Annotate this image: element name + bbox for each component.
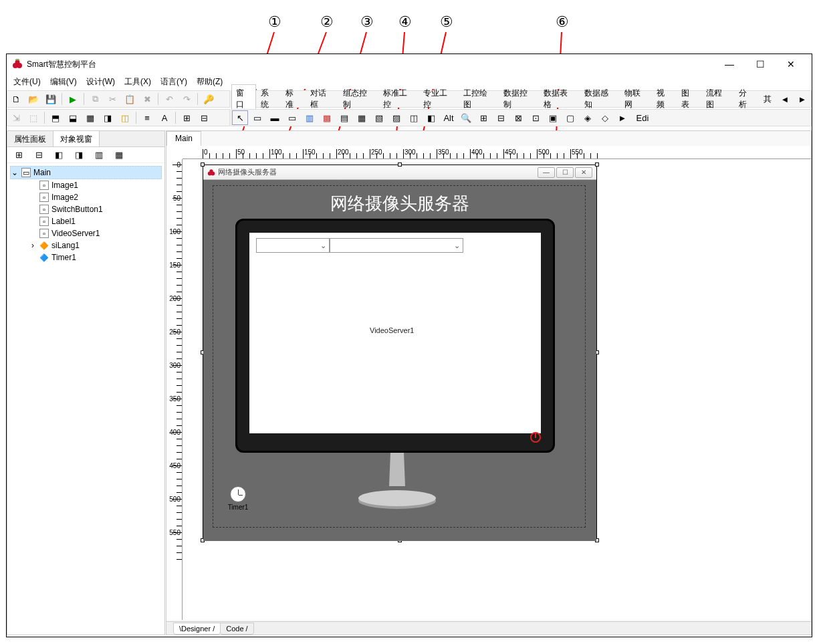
resize-handle[interactable]: [201, 163, 205, 167]
palette-icon[interactable]: ▨: [388, 110, 404, 125]
palette-icon[interactable]: ⊡: [528, 110, 544, 125]
group-btn-2[interactable]: ⬓: [65, 110, 81, 125]
lp-btn[interactable]: ⊟: [31, 148, 47, 163]
menu-design[interactable]: 设计(W): [82, 75, 119, 89]
tabs-scroll-right[interactable]: ►: [794, 92, 810, 106]
key-button[interactable]: 🔑: [201, 92, 217, 106]
tree-item[interactable]: ▫SwitchButton1: [10, 203, 162, 215]
editor-tab-main[interactable]: Main: [166, 131, 201, 146]
group-btn-5[interactable]: ◫: [117, 110, 133, 125]
open-button[interactable]: 📂: [25, 92, 41, 106]
palette-icon[interactable]: ◧: [423, 110, 439, 125]
lp-btn[interactable]: ▥: [91, 148, 107, 163]
tree-root[interactable]: ⌄ ▭ Main: [10, 166, 162, 179]
palette-icon[interactable]: ▤: [336, 110, 352, 125]
palette-icon[interactable]: ◫: [406, 110, 422, 125]
palette-icon[interactable]: ▣: [545, 110, 561, 125]
align-btn-2[interactable]: ⬚: [25, 110, 41, 125]
palette-icon[interactable]: ◇: [597, 110, 613, 125]
component-tab[interactable]: 其: [759, 90, 776, 108]
menu-file[interactable]: 文件(U): [9, 75, 45, 89]
copy-button[interactable]: ⧉: [87, 92, 103, 106]
palette-icon[interactable]: ▧: [371, 110, 387, 125]
expand-icon[interactable]: ›: [29, 241, 37, 250]
tree-item[interactable]: ▫Label1: [10, 215, 162, 227]
tree-item[interactable]: ▫VideoServer1: [10, 227, 162, 239]
tab-designer[interactable]: \Designer /: [173, 623, 221, 635]
app-title: Smart智慧控制平台: [27, 59, 96, 70]
palette-icon[interactable]: ⊟: [493, 110, 509, 125]
lp-btn[interactable]: ◧: [51, 148, 67, 163]
videoserver1[interactable]: ⌄ ⌄ VideoServer1: [249, 233, 541, 433]
close-button[interactable]: ✕: [776, 54, 806, 74]
form-icon: ▭: [21, 168, 31, 177]
design-canvas[interactable]: 050100150200250300350400450500550 050100…: [166, 146, 811, 620]
box-btn-a[interactable]: ⊞: [179, 110, 195, 125]
palette-icon[interactable]: ⊞: [475, 110, 491, 125]
palette-icon[interactable]: ▬: [267, 110, 283, 125]
clock-icon: [230, 486, 246, 502]
form-client-area[interactable]: 网络摄像头服务器 ⌄ ⌄ VideoServer1: [203, 180, 596, 541]
palette-icon[interactable]: ▢: [562, 110, 578, 125]
maximize-button[interactable]: ☐: [745, 54, 776, 74]
lp-btn[interactable]: ⊞: [11, 148, 27, 163]
combo-1[interactable]: ⌄: [256, 238, 330, 253]
undo-button[interactable]: ↶: [161, 92, 177, 106]
paste-button[interactable]: 📋: [122, 92, 138, 106]
switchbutton1[interactable]: [530, 432, 541, 443]
new-button[interactable]: 🗋: [8, 92, 24, 106]
lp-btn[interactable]: ◨: [71, 148, 87, 163]
tabs-scroll-left[interactable]: ◄: [777, 92, 793, 106]
delete-button[interactable]: ✖: [139, 92, 155, 106]
tab-object-view[interactable]: 对象视窗: [53, 131, 100, 146]
object-tree: ⌄ ▭ Main ▫Image1 ▫Image2 ▫SwitchButton1 …: [7, 163, 164, 266]
design-surface[interactable]: 网络摄像头服务器 — ☐ ✕ 网络摄像头服务器 ⌄ ⌄ VideoSe: [183, 159, 811, 620]
expand-icon[interactable]: ⌄: [11, 168, 19, 177]
palette-icon[interactable]: ▦: [354, 110, 370, 125]
palette-icon[interactable]: ⊠: [510, 110, 526, 125]
tree-item[interactable]: ▫Image2: [10, 191, 162, 203]
form-main[interactable]: 网络摄像头服务器 — ☐ ✕ 网络摄像头服务器 ⌄ ⌄ VideoSe: [203, 165, 597, 540]
tab-property-panel[interactable]: 属性面板: [7, 131, 53, 146]
box-btn-b[interactable]: ⊟: [196, 110, 212, 125]
tree-item[interactable]: ▫Image1: [10, 179, 162, 191]
resize-handle[interactable]: [595, 163, 599, 167]
palette-icon[interactable]: 🔍: [458, 110, 474, 125]
tree-item[interactable]: 🔷Timer1: [10, 251, 162, 263]
combo-2[interactable]: ⌄: [330, 238, 463, 253]
tab-code[interactable]: Code /: [220, 623, 253, 635]
lp-btn[interactable]: ▦: [111, 148, 127, 163]
menu-tool[interactable]: 工具(X): [120, 75, 155, 89]
cut-button[interactable]: ✂: [104, 92, 120, 106]
run-button[interactable]: ▶: [65, 92, 81, 106]
align-btn-1[interactable]: ⇲: [8, 110, 24, 125]
resize-handle[interactable]: [398, 163, 402, 167]
timer1[interactable]: Timer1: [226, 486, 250, 511]
palette-icon[interactable]: ►: [614, 110, 630, 125]
list-btn[interactable]: ≡: [139, 110, 155, 125]
form-max-button[interactable]: ☐: [556, 167, 574, 178]
form-min-button[interactable]: —: [538, 167, 555, 178]
label1[interactable]: 网络摄像头服务器: [203, 192, 596, 215]
menu-help[interactable]: 帮助(Z): [193, 75, 227, 89]
palette-icon[interactable]: ◈: [580, 110, 596, 125]
redo-button[interactable]: ↷: [179, 92, 195, 106]
menu-lang[interactable]: 语言(Y): [156, 75, 191, 89]
palette-icon[interactable]: Edi: [632, 110, 653, 125]
palette-icon[interactable]: ▭: [249, 110, 265, 125]
image2-monitor[interactable]: ⌄ ⌄ VideoServer1: [235, 219, 555, 453]
palette-icon[interactable]: ▭: [284, 110, 300, 125]
save-button[interactable]: 💾: [43, 92, 59, 106]
group-btn-4[interactable]: ◨: [100, 110, 116, 125]
menu-edit[interactable]: 编辑(V): [46, 75, 81, 89]
form-close-button[interactable]: ✕: [575, 167, 592, 178]
minimize-button[interactable]: —: [714, 54, 745, 74]
palette-icon[interactable]: Alt: [441, 110, 457, 125]
text-btn[interactable]: A: [156, 110, 172, 125]
group-btn-1[interactable]: ⬒: [47, 110, 64, 125]
tree-item[interactable]: ›🔶siLang1: [10, 239, 162, 251]
palette-icon[interactable]: ▩: [319, 110, 335, 125]
group-btn-3[interactable]: ▦: [82, 110, 98, 125]
pointer-tool[interactable]: ↖: [232, 110, 248, 125]
palette-icon[interactable]: ▥: [302, 110, 318, 125]
